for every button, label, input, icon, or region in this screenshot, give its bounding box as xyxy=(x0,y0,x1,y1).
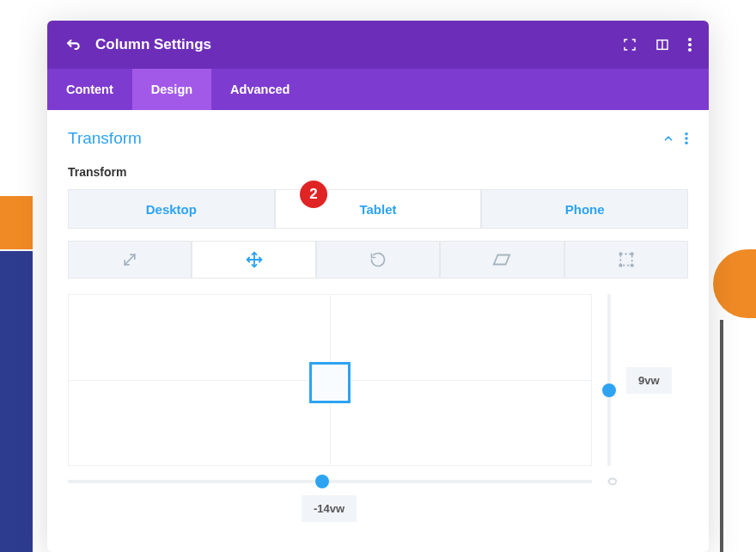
op-tab-translate[interactable] xyxy=(192,241,315,279)
svg-point-5 xyxy=(685,132,688,136)
section-title[interactable]: Transform xyxy=(68,129,142,148)
panel-body: Transform Transform 2 Desktop Tablet Pho… xyxy=(47,110,709,541)
svg-rect-12 xyxy=(620,254,631,265)
bg-accent-orange-top xyxy=(0,196,33,249)
origin-icon xyxy=(618,251,635,268)
tab-content[interactable]: Content xyxy=(47,69,132,110)
svg-line-8 xyxy=(125,255,135,265)
y-value-wrapper: 9vw xyxy=(626,294,672,466)
more-icon[interactable] xyxy=(688,38,692,52)
layout-icon[interactable] xyxy=(655,38,669,52)
bg-accent-gray-right xyxy=(720,320,723,552)
svg-point-16 xyxy=(631,264,633,267)
scale-icon xyxy=(121,251,138,268)
svg-point-4 xyxy=(688,48,692,52)
move-icon xyxy=(246,251,263,268)
tab-advanced[interactable]: Advanced xyxy=(211,69,308,110)
section-head: Transform xyxy=(68,129,688,148)
y-value[interactable]: 9vw xyxy=(626,367,672,394)
y-slider[interactable] xyxy=(604,294,614,466)
focus-icon[interactable] xyxy=(623,38,637,52)
transform-type-tabs xyxy=(68,241,688,279)
svg-point-3 xyxy=(688,43,692,46)
op-tab-origin[interactable] xyxy=(564,241,688,279)
skew-icon xyxy=(492,250,511,269)
section-more-icon[interactable] xyxy=(685,132,688,144)
x-slider-track xyxy=(68,480,592,483)
step-badge: 2 xyxy=(300,181,327,208)
svg-marker-11 xyxy=(494,255,509,265)
svg-point-2 xyxy=(688,38,692,41)
collapse-icon[interactable] xyxy=(662,132,674,144)
y-slider-handle[interactable] xyxy=(602,383,616,397)
transform-label: Transform xyxy=(68,165,688,179)
svg-point-15 xyxy=(619,264,622,267)
svg-point-14 xyxy=(631,253,633,255)
x-slider[interactable] xyxy=(68,475,592,488)
settings-modal: Column Settings Content Design Advanced … xyxy=(47,21,709,552)
modal-header: Column Settings xyxy=(47,21,709,69)
x-value[interactable]: -14vw xyxy=(302,495,357,522)
op-tab-scale[interactable] xyxy=(68,241,192,279)
x-slider-row xyxy=(68,475,688,488)
svg-point-6 xyxy=(685,137,688,140)
svg-point-7 xyxy=(685,142,688,145)
device-tab-desktop[interactable]: Desktop xyxy=(68,189,275,229)
device-tab-phone[interactable]: Phone xyxy=(481,189,688,229)
link-icon[interactable] xyxy=(604,475,621,488)
x-slider-handle[interactable] xyxy=(315,475,329,488)
transform-canvas-row: 9vw xyxy=(68,294,688,466)
bg-accent-orange-right xyxy=(713,249,756,318)
section-head-actions xyxy=(662,132,688,144)
header-actions xyxy=(623,38,692,52)
svg-point-13 xyxy=(619,253,622,255)
main-tabs: Content Design Advanced xyxy=(47,69,709,110)
modal-title: Column Settings xyxy=(95,36,623,53)
tab-design[interactable]: Design xyxy=(132,69,211,110)
bg-accent-blue-left xyxy=(0,251,33,552)
y-slider-track xyxy=(607,294,611,466)
op-tab-skew[interactable] xyxy=(440,241,564,279)
back-icon[interactable] xyxy=(64,36,82,53)
rotate-icon xyxy=(369,251,387,268)
x-value-wrapper: -14vw xyxy=(302,495,688,522)
transform-handle-box[interactable] xyxy=(309,362,351,403)
op-tab-rotate[interactable] xyxy=(316,241,440,279)
device-tabs: 2 Desktop Tablet Phone xyxy=(68,189,688,229)
transform-canvas[interactable] xyxy=(68,294,592,466)
